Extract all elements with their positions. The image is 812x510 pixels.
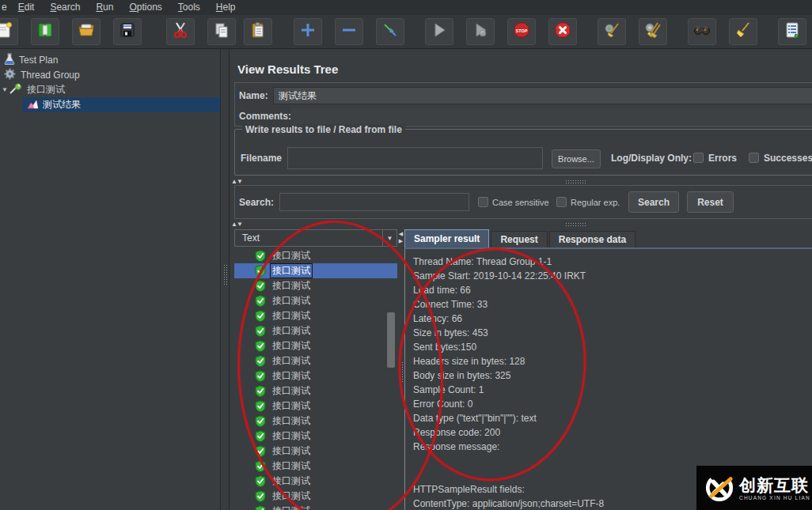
clear-button[interactable] [598,18,626,45]
remove-button[interactable] [335,18,363,45]
result-item[interactable]: 接口测试 [234,353,397,368]
expander-icon[interactable]: ▼ [0,86,9,93]
list-detail-splitter[interactable]: ◀▶ [397,227,404,510]
result-item[interactable]: 接口测试 [234,308,397,323]
sampler-result-line: Size in bytes: 453 [413,326,812,340]
success-shield-icon [255,490,266,502]
result-item[interactable]: 接口测试 [234,278,397,293]
templates-button[interactable] [31,18,59,45]
sampler-result-line: Sent bytes:150 [413,340,812,354]
successes-checkbox[interactable] [749,153,759,163]
search-input[interactable] [279,193,469,211]
success-shield-icon [255,385,266,397]
horizontal-splitter-top[interactable]: ▲▼ [230,177,812,185]
copy-button[interactable] [207,18,236,45]
result-item[interactable]: 接口测试 [234,248,397,263]
success-shield-icon [255,430,266,442]
paste-button[interactable] [244,18,272,45]
result-item-label: 接口测试 [271,264,312,278]
result-item[interactable]: 接口测试 [234,489,397,504]
new-file-button[interactable] [0,18,18,45]
splitter-grip[interactable] [565,222,587,226]
tab-request[interactable]: Request [491,231,547,247]
tree-item-thread-group[interactable]: Thread Group [0,67,220,82]
splitter-grip[interactable] [223,264,227,286]
tree-item-test-plan[interactable]: Test Plan [0,52,220,67]
results-list-scrollbar[interactable] [386,248,396,510]
menu-help[interactable]: Help [208,0,244,15]
scrollbar-thumb[interactable] [387,312,395,368]
sampler-result-line: Thread Name: Thread Group 1-1 [413,255,812,269]
search-button[interactable]: Search [628,191,679,213]
shutdown-button[interactable] [548,18,577,45]
result-item[interactable]: 接口测试 [234,414,397,429]
tab-response-data[interactable]: Response data [549,231,636,247]
errors-label: Errors [708,153,737,164]
result-item[interactable]: 接口测试 [234,383,397,399]
menu-options[interactable]: Options [121,0,169,15]
successes-label: Successes [764,153,812,164]
toolbar: STOP [0,15,812,49]
result-item[interactable]: 接口测试 [234,474,397,489]
copy-icon [212,21,231,43]
menu-file-partial[interactable]: e [0,0,10,15]
menu-edit[interactable]: Edit [10,0,43,15]
success-shield-icon [255,460,266,472]
tree-item-results[interactable]: 测试结果 [22,97,220,112]
result-item-label: 接口测试 [272,354,310,368]
splitter-grip[interactable] [565,179,587,183]
menu-run[interactable]: Run [88,0,121,15]
stop-button[interactable]: STOP [507,18,536,45]
function-helper-button[interactable] [778,18,806,45]
name-input[interactable] [273,87,812,104]
result-item[interactable]: 接口测试 [234,504,397,510]
result-item[interactable]: 接口测试 [234,444,397,459]
tab-sampler-result[interactable]: Sampler result [404,229,489,247]
result-item[interactable]: 接口测试 [234,293,397,308]
result-item[interactable]: 接口测试 [234,263,397,278]
tree-main-splitter[interactable] [220,49,230,510]
result-item[interactable]: 接口测试 [234,323,397,338]
save-button[interactable] [113,18,142,45]
search-reset-button[interactable] [729,18,757,45]
toggle-button[interactable] [376,18,404,45]
splitter-collapse-arrows[interactable]: ▲▼ [231,178,242,185]
view-mode-dropdown[interactable]: Text ▼ [234,229,397,247]
case-sensitive-checkbox[interactable] [478,197,488,207]
open-button[interactable] [72,18,101,45]
comments-input[interactable] [291,108,812,124]
start-button[interactable] [425,18,453,45]
result-item-label: 接口测试 [272,324,310,338]
regex-checkbox[interactable] [556,197,567,207]
browse-button[interactable]: Browse... [552,149,601,168]
start-no-timers-icon [471,21,490,43]
result-item-label: 接口测试 [272,279,310,293]
tree-item-sampler[interactable]: ▼ 接口测试 [0,82,220,97]
result-item-label: 接口测试 [272,459,310,473]
chevron-down-icon[interactable]: ▼ [382,230,397,246]
errors-checkbox[interactable] [693,153,704,163]
comments-label: Comments: [239,111,291,122]
listener-icon [27,99,39,111]
success-shield-icon [255,370,266,382]
splitter-grip[interactable] [399,361,403,383]
result-item-label: 接口测试 [272,414,310,428]
splitter-collapse-arrows[interactable]: ◀▶ [397,230,404,244]
result-item[interactable]: 接口测试 [234,338,397,353]
cut-button[interactable] [166,18,195,45]
add-button[interactable] [294,18,322,45]
clear-all-button[interactable] [639,18,667,45]
result-item[interactable]: 接口测试 [234,368,397,383]
menubar: e Edit Search Run Options Tools Help [0,0,812,15]
menu-search[interactable]: Search [42,0,88,15]
splitter-collapse-arrows[interactable]: ▲▼ [231,221,242,228]
result-item[interactable]: 接口测试 [234,459,397,474]
result-item[interactable]: 接口测试 [234,399,397,414]
search-toolbar-button[interactable] [688,18,716,45]
reset-button[interactable]: Reset [687,191,734,213]
menu-tools[interactable]: Tools [170,0,208,15]
start-no-timers-button[interactable] [466,18,495,45]
filename-input[interactable] [287,147,543,169]
result-item[interactable]: 接口测试 [234,429,397,444]
horizontal-splitter-bottom[interactable]: ▲▼ [230,220,812,228]
